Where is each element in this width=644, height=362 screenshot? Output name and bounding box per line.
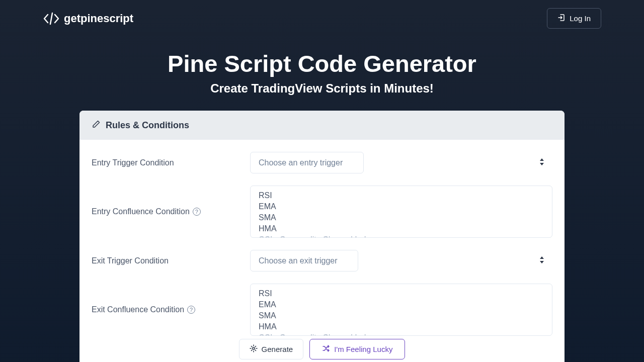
list-item[interactable]: RSI xyxy=(251,190,552,201)
exit-confluence-listbox[interactable]: RSI EMA SMA HMA CCI - Commodity Channel … xyxy=(250,284,552,336)
exit-trigger-row: Exit Trigger Condition Choose an exit tr… xyxy=(92,250,552,272)
list-item[interactable]: HMA xyxy=(251,321,552,332)
header: getpinescript Log In xyxy=(0,0,644,37)
lucky-button[interactable]: I'm Feeling Lucky xyxy=(309,339,405,359)
exit-trigger-select[interactable]: Choose an exit trigger xyxy=(250,250,358,272)
chevron-updown-icon xyxy=(539,256,544,265)
generate-label: Generate xyxy=(262,345,293,353)
list-item[interactable]: SMA xyxy=(251,212,552,223)
login-button[interactable]: Log In xyxy=(547,8,601,29)
entry-confluence-label: Entry Confluence Condition ? xyxy=(92,207,250,216)
entry-trigger-select[interactable]: Choose an entry trigger xyxy=(250,152,364,173)
entry-trigger-select-wrapper: Choose an entry trigger xyxy=(250,152,552,173)
page-title: Pine Script Code Generator xyxy=(0,50,644,77)
pencil-icon xyxy=(92,120,101,131)
card-body: Entry Trigger Condition Choose an entry … xyxy=(79,140,565,362)
list-item[interactable]: RSI xyxy=(251,288,552,299)
logo-text: getpinescript xyxy=(64,12,133,25)
entry-confluence-row: Entry Confluence Condition ? RSI EMA SMA… xyxy=(92,186,552,238)
rules-card: Rules & Conditions Entry Trigger Conditi… xyxy=(79,111,565,362)
logo[interactable]: getpinescript xyxy=(43,12,133,25)
login-label: Log In xyxy=(570,14,591,23)
svg-point-0 xyxy=(253,347,255,349)
list-item[interactable]: EMA xyxy=(251,201,552,212)
exit-trigger-label: Exit Trigger Condition xyxy=(92,256,250,265)
entry-trigger-row: Entry Trigger Condition Choose an entry … xyxy=(92,152,552,173)
list-item[interactable]: SMA xyxy=(251,310,552,321)
card-header: Rules & Conditions xyxy=(79,111,565,140)
entry-trigger-label: Entry Trigger Condition xyxy=(92,158,250,167)
list-item[interactable]: EMA xyxy=(251,299,552,310)
gear-icon xyxy=(250,344,258,354)
list-item[interactable]: CCI - Commodity Channel Index xyxy=(251,234,552,238)
entry-confluence-listbox[interactable]: RSI EMA SMA HMA CCI - Commodity Channel … xyxy=(250,186,552,238)
exit-confluence-row: Exit Confluence Condition ? RSI EMA SMA … xyxy=(92,284,552,336)
lucky-label: I'm Feeling Lucky xyxy=(334,345,392,353)
list-item[interactable]: CCI - Commodity Channel Index xyxy=(251,332,552,336)
exit-confluence-label: Exit Confluence Condition ? xyxy=(92,305,250,314)
page-subtitle: Create TradingView Scripts in Minutes! xyxy=(0,81,644,96)
code-brackets-icon xyxy=(43,12,60,25)
shuffle-icon xyxy=(322,344,330,354)
card-footer: Generate I'm Feeling Lucky xyxy=(92,336,552,359)
exit-trigger-select-wrapper: Choose an exit trigger xyxy=(250,250,552,272)
chevron-updown-icon xyxy=(539,158,544,167)
list-item[interactable]: HMA xyxy=(251,223,552,234)
login-icon xyxy=(557,14,566,23)
card-header-title: Rules & Conditions xyxy=(106,120,189,131)
generate-button[interactable]: Generate xyxy=(239,339,304,359)
help-icon[interactable]: ? xyxy=(187,306,195,314)
hero-section: Pine Script Code Generator Create Tradin… xyxy=(0,50,644,96)
help-icon[interactable]: ? xyxy=(193,208,201,216)
